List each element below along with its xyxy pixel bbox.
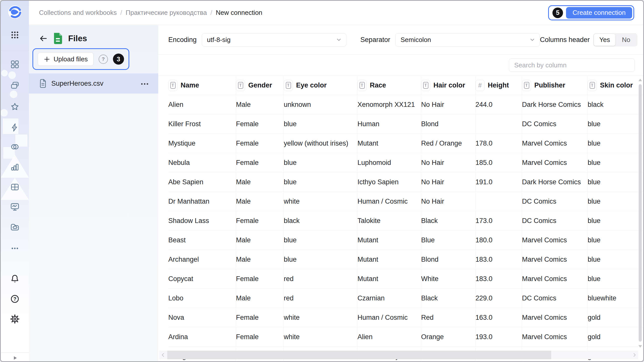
upload-files-button[interactable]: Upload files xyxy=(38,52,94,66)
sidebar-item-more[interactable] xyxy=(11,244,19,253)
table-cell: 244.0 xyxy=(475,95,522,114)
table-cell: 193.0 xyxy=(475,327,522,346)
breadcrumb-workbook[interactable]: Практические руководства xyxy=(126,9,207,17)
table-cell: blue xyxy=(284,231,357,250)
table-row: AlienMaleunknownXenomorph XX121No Hair24… xyxy=(168,95,643,114)
table-cell: Orange xyxy=(421,327,475,346)
table-row: ArchangelMaleblueMutantBlond183.0Marvel … xyxy=(168,250,643,269)
sidebar-item-storage[interactable] xyxy=(10,222,20,232)
table-cell: blue xyxy=(587,192,640,211)
table-cell: blue xyxy=(587,231,640,250)
horizontal-scrollbar-thumb[interactable] xyxy=(167,351,551,359)
scroll-left-arrow[interactable] xyxy=(160,352,166,359)
table-cell: gold xyxy=(587,327,640,346)
decoration xyxy=(10,90,17,98)
columns-header-control: Columns header Yes No xyxy=(540,33,637,47)
table-cell: DC Comics xyxy=(522,289,587,308)
annotation-badge-3: 3 xyxy=(113,54,124,65)
text-type-icon: T xyxy=(168,80,177,91)
number-type-icon: # xyxy=(475,80,485,91)
app-window: ? Collections and workbooks / Практическ xyxy=(0,0,644,362)
table-cell: 191.0 xyxy=(475,172,522,192)
table-row: BeastMaleblueMutantBlue180.0Marvel Comic… xyxy=(168,231,643,250)
column-header-name: TName xyxy=(168,76,236,95)
table-cell: blue xyxy=(284,172,357,192)
sidebar-item-workbooks[interactable] xyxy=(10,81,20,90)
table-cell: Marvel Comics xyxy=(522,250,587,269)
table-cell: Marvel Comics xyxy=(522,231,587,250)
datalens-logo[interactable] xyxy=(8,5,22,19)
settings-gear-icon[interactable] xyxy=(10,314,20,324)
text-type-icon: T xyxy=(522,80,531,91)
table-cell: Female xyxy=(236,269,284,288)
table-cell: Icthyo Sapien xyxy=(357,172,421,192)
sidebar-item-connections[interactable] xyxy=(10,122,20,132)
vertical-scrollbar-thumb[interactable] xyxy=(639,84,642,342)
table-cell: Mutant xyxy=(357,134,421,153)
help-icon[interactable]: ? xyxy=(10,294,20,304)
separator-select[interactable]: Semicolon xyxy=(395,33,540,47)
scroll-right-arrow[interactable] xyxy=(631,352,637,359)
sidebar-item-charts[interactable] xyxy=(10,162,20,172)
sidebar-item-dashboards[interactable] xyxy=(10,182,20,192)
column-header-race: TRace xyxy=(357,76,421,95)
table-cell: Male xyxy=(236,192,284,211)
encoding-select[interactable]: utf-8-sig xyxy=(202,33,346,47)
sidebar-item-monitoring[interactable] xyxy=(10,202,20,212)
table-cell: Male xyxy=(236,289,284,308)
table-cell: Female xyxy=(236,211,284,230)
file-more-icon[interactable] xyxy=(140,81,148,86)
breadcrumb-collections[interactable]: Collections and workbooks xyxy=(39,9,117,17)
table-cell: Male xyxy=(236,172,284,192)
sidebar-item-collections[interactable] xyxy=(10,60,20,69)
table-row: Abe SapienMaleblueIcthyo SapienNo Hair19… xyxy=(168,172,643,192)
columns-header-no-option[interactable]: No xyxy=(615,34,637,46)
sidebar-item-favorites[interactable] xyxy=(10,102,20,112)
table-row: MystiqueFemaleyellow (without irises)Mut… xyxy=(168,134,643,153)
file-list-item-selected[interactable]: SuperHeroes.csv xyxy=(29,73,158,94)
table-cell: Mutant xyxy=(357,269,421,288)
apps-grid-icon[interactable] xyxy=(10,30,19,39)
column-header-skin-color: TSkin color xyxy=(587,76,640,95)
scroll-down-arrow[interactable] xyxy=(638,345,642,348)
table-cell: 183.0 xyxy=(475,250,522,269)
svg-text:?: ? xyxy=(13,296,16,302)
table-body: AlienMaleunknownXenomorph XX121No Hair24… xyxy=(158,95,643,361)
table-cell: Killer Frost xyxy=(168,114,236,133)
text-type-icon: T xyxy=(357,80,367,91)
breadcrumb-separator: / xyxy=(120,9,122,17)
scroll-up-arrow[interactable] xyxy=(638,79,642,81)
breadcrumb-separator: / xyxy=(211,9,212,17)
table-row: NovaFemalewhiteHuman / CosmicRed163.0Mar… xyxy=(168,308,643,327)
table-cell: Male xyxy=(236,95,284,114)
table-cell: bluewhite xyxy=(587,289,640,308)
table-cell: Human / Cosmic xyxy=(357,308,421,327)
plus-icon xyxy=(44,56,50,63)
create-connection-button[interactable]: Create connection xyxy=(566,7,632,19)
upload-help-icon[interactable]: ? xyxy=(99,55,108,64)
table-cell: Female xyxy=(236,114,284,133)
file-settings-toolbar: Encoding utf-8-sig Separator Semicolon C… xyxy=(158,25,643,55)
table-cell: Ardina xyxy=(168,327,236,346)
columns-header-yes-option[interactable]: Yes xyxy=(594,34,615,46)
notifications-bell-icon[interactable] xyxy=(10,274,20,284)
table-cell: Red xyxy=(421,308,475,327)
table-row: CopycatFemaleredMutantWhite183.0Marvel C… xyxy=(168,269,643,289)
table-row: Shadow LassFemaleblackTalokiteBlack173.0… xyxy=(168,211,643,231)
search-by-column-input[interactable] xyxy=(509,58,635,72)
breadcrumb-current: New connection xyxy=(216,9,262,17)
encoding-label: Encoding xyxy=(168,36,197,44)
horizontal-scrollbar xyxy=(159,351,638,359)
files-panel: Files Upload files ? 3 xyxy=(29,25,158,361)
back-arrow-icon[interactable] xyxy=(39,34,48,43)
chevron-down-icon xyxy=(529,36,536,43)
expand-panel-icon[interactable] xyxy=(12,355,18,361)
table-cell: 173.0 xyxy=(475,211,522,230)
search-row xyxy=(158,55,643,76)
csv-file-type-icon xyxy=(53,32,63,45)
table-cell: Mutant xyxy=(357,250,421,269)
text-type-icon: T xyxy=(421,80,430,91)
table-cell: 163.0 xyxy=(475,308,522,327)
table-cell: Czarnian xyxy=(357,289,421,308)
sidebar-item-datasets[interactable] xyxy=(10,142,20,152)
